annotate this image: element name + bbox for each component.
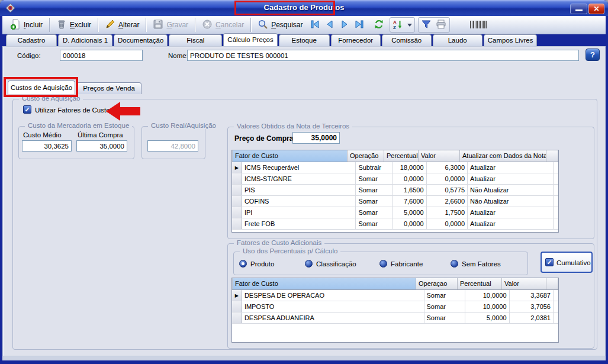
incluir-button[interactable]: Incluir [5, 17, 47, 33]
cell-percentual: 5,0000 [393, 207, 427, 218]
add-record-icon [10, 19, 21, 31]
preco-compra-label: Preço de Compra [234, 134, 293, 143]
radio-produto[interactable] [239, 260, 247, 268]
pesquisar-button[interactable]: Pesquisar [253, 17, 307, 33]
radio-classificacao[interactable] [305, 260, 313, 268]
tab-fiscal[interactable]: Fiscal [169, 34, 222, 46]
cell-filler [554, 290, 558, 301]
tab-calculo-precos[interactable]: Cálculo Preços [223, 33, 277, 46]
filter-button[interactable] [419, 18, 434, 33]
cumulativo-checkbox[interactable]: ✓ [545, 258, 554, 266]
column-header[interactable]: Fator de Custo [233, 278, 416, 289]
utilizar-fatores-checkbox[interactable]: ✓ [23, 105, 31, 114]
nome-input[interactable] [187, 50, 579, 61]
sort-button[interactable]: AZ [391, 18, 406, 33]
fatores-nota-table: Fator de Custo Operação Percentual Valor… [231, 150, 559, 233]
cell-atualizar: Não Atualizar [468, 185, 554, 195]
cumulativo-label: Cumulativo [556, 259, 591, 266]
table-row[interactable]: Frete FOB Somar 0,0000 0,0000 Atualizar [232, 218, 558, 230]
tab-d-adicionais-1[interactable]: D. Adicionais 1 [58, 34, 112, 46]
tab-documentacao[interactable]: Documentação [114, 34, 168, 46]
tab-comissao[interactable]: Comissão [382, 34, 432, 46]
pesquisar-label: Pesquisar [271, 21, 303, 29]
title-bar[interactable]: Cadastro de Produtos ✕ [0, 0, 608, 16]
cell-valor: 0,5775 [427, 185, 468, 195]
column-header[interactable]: Percentual [458, 278, 502, 289]
cell-operacao: Somar [424, 301, 466, 312]
cancelar-button[interactable]: Cancelar [197, 17, 249, 33]
cell-percentual: 0,0000 [393, 173, 427, 184]
cell-fator: ICMS Recuperável [242, 162, 356, 173]
cell-filler [554, 196, 558, 207]
minimize-button[interactable] [570, 4, 587, 14]
column-header[interactable]: Operação [348, 150, 384, 162]
annotation-arrow [106, 101, 140, 123]
tab-estoque[interactable]: Estoque [279, 34, 330, 46]
prior-record-button[interactable] [323, 18, 337, 33]
ultima-compra-input[interactable] [76, 140, 127, 152]
close-button[interactable]: ✕ [588, 4, 604, 14]
cell-fator: ICMS-ST/GNRE [242, 173, 356, 184]
cell-valor: 0,0000 [427, 218, 468, 229]
column-header[interactable]: Operaçao [416, 278, 458, 289]
row-indicator-empty [232, 173, 242, 184]
cell-filler [554, 173, 558, 184]
cancel-icon [202, 19, 213, 31]
table-row[interactable]: IMPOSTO Somar 10,0000 3,7056 [232, 301, 558, 313]
radio-sem-fatores[interactable] [451, 260, 458, 268]
table-row[interactable]: IPI Somar 5,0000 1,7500 Atualizar [232, 207, 558, 218]
row-indicator-empty [232, 301, 242, 312]
cell-percentual: 1,6500 [393, 185, 427, 195]
first-record-button[interactable] [308, 18, 323, 33]
cell-percentual: 10,0000 [465, 290, 509, 301]
radio-fabricante[interactable] [379, 260, 387, 268]
codigo-input[interactable] [60, 50, 143, 61]
last-record-button[interactable] [352, 18, 367, 33]
help-button[interactable]: ? [586, 49, 600, 61]
toolbar-separator [195, 18, 195, 32]
cell-atualizar: Atualizar [468, 218, 554, 229]
table-row[interactable]: ▶ DESPESA DE OPERACAO Somar 10,0000 3,36… [232, 290, 558, 301]
column-header[interactable]: Fator de Custo [233, 150, 348, 162]
column-header[interactable]: Valor [419, 150, 460, 162]
table-row[interactable]: PIS Somar 1,6500 0,5775 Não Atualizar [232, 185, 558, 196]
fatores-adicionais-legend: Fatores de Custo Adicionais [234, 239, 324, 246]
table-header-row: Fator de Custo Operação Percentual Valor… [232, 150, 558, 162]
ultima-compra-label: Última Compra [78, 131, 123, 138]
custo-real-input[interactable] [147, 140, 198, 152]
column-header[interactable]: Percentual [384, 150, 419, 162]
svg-text:Z: Z [393, 25, 396, 30]
next-record-button[interactable] [337, 18, 352, 33]
cell-atualizar: Atualizar [468, 162, 554, 173]
tab-fornecedor[interactable]: Fornecedor [331, 34, 381, 46]
search-icon [258, 19, 268, 31]
cell-valor: 2,0381 [510, 313, 554, 323]
tab-campos-livres[interactable]: Campos Livres [484, 34, 538, 46]
toolbar-separator [146, 18, 146, 32]
refresh-button[interactable] [372, 18, 387, 33]
toolbar-separator [98, 18, 98, 32]
print-button[interactable] [434, 18, 449, 33]
custo-medio-input[interactable] [22, 140, 72, 152]
gravar-label: Gravar [166, 21, 188, 29]
table-row[interactable]: ICMS-ST/GNRE Somar 0,0000 0,0000 Atualiz… [232, 173, 558, 185]
tab-laudo[interactable]: Laudo [433, 34, 482, 46]
cell-percentual: 7,6000 [393, 196, 427, 207]
tab-cadastro[interactable]: Cadastro [6, 34, 57, 46]
printer-icon [435, 19, 447, 31]
excluir-button[interactable]: Excluir [52, 17, 96, 33]
table-row[interactable]: DESPESA ADUANEIRA Somar 5,0000 2,0381 [232, 313, 558, 324]
cell-percentual: 10,0000 [465, 301, 509, 312]
annotation-subtab-box [4, 77, 78, 97]
column-header[interactable]: Valor [502, 278, 546, 289]
row-indicator-empty [232, 313, 242, 323]
subtab-precos-venda[interactable]: Preços de Venda [76, 82, 141, 94]
sort-dropdown-button[interactable] [406, 18, 414, 32]
gravar-button[interactable]: Gravar [148, 17, 193, 33]
alterar-button[interactable]: Alterar [100, 17, 144, 33]
column-header[interactable]: Atualizar com Dados da Nota [460, 150, 546, 162]
preco-compra-input[interactable] [292, 132, 340, 144]
row-indicator-empty [232, 218, 242, 229]
table-row[interactable]: COFINS Somar 7,6000 2,6600 Não Atualizar [232, 196, 558, 207]
table-row[interactable]: ▶ ICMS Recuperável Subtrair 18,0000 6,30… [232, 162, 558, 173]
